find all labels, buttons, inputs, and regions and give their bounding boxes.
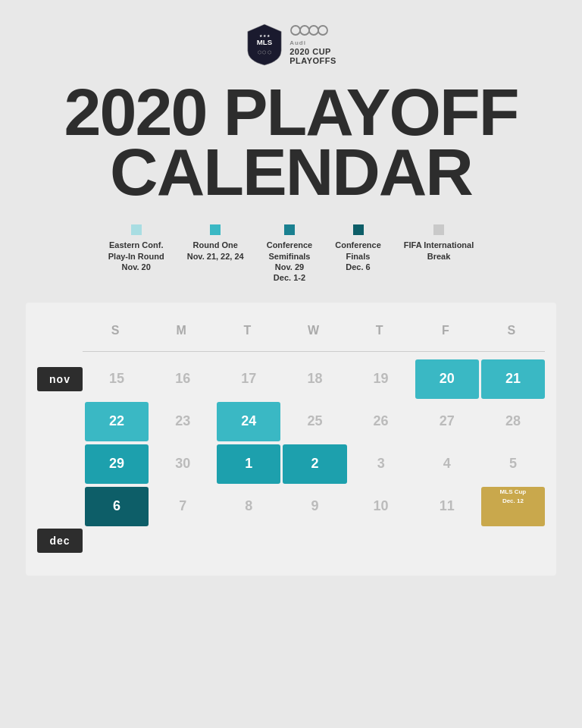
- svg-point-3: [291, 26, 300, 35]
- cal-cell-nov25: 25: [283, 402, 346, 441]
- day-header-tue: T: [214, 318, 280, 344]
- audi-rings: [289, 24, 329, 36]
- calendar-divider: [83, 351, 545, 352]
- cal-cell-dec9: 9: [283, 487, 346, 526]
- cal-cell-nov22: 22: [85, 402, 149, 441]
- mls-shield-icon: ★ ★ ★ MLS ⬡ ⬡ ⬡: [246, 23, 283, 67]
- cal-cell-nov29: 29: [85, 444, 149, 484]
- cal-cell-nov30: 30: [151, 444, 214, 484]
- calendar-body: nov 15 16 17 18 19 20 21 22 23 24 25 26 …: [37, 359, 545, 553]
- cal-cell-dec10: 10: [349, 487, 413, 526]
- legend-label-playin: Eastern Conf.Play-In RoundNov. 20: [108, 240, 164, 272]
- cal-cell-dec2: 2: [283, 444, 346, 484]
- calendar-header: S M T W T F S: [37, 318, 545, 344]
- cal-cell-nov17: 17: [217, 359, 280, 399]
- legend-dot-fifa: [433, 224, 444, 235]
- page-wrapper: ★ ★ ★ MLS ⬡ ⬡ ⬡ Audi 2020 CUP PLAYOFFS: [0, 0, 582, 728]
- svg-point-5: [309, 26, 318, 35]
- svg-text:⬡ ⬡ ⬡: ⬡ ⬡ ⬡: [258, 50, 271, 55]
- cal-cell-nov24: 24: [217, 402, 280, 441]
- legend-dot-playin: [131, 224, 142, 235]
- cal-cell-dec3: 3: [349, 444, 413, 484]
- day-header-sun: S: [83, 318, 149, 344]
- day-header-fri: F: [413, 318, 479, 344]
- header-logo-area: ★ ★ ★ MLS ⬡ ⬡ ⬡ Audi 2020 CUP PLAYOFFS: [246, 23, 336, 67]
- cal-cell-dec7: 7: [151, 487, 214, 526]
- cal-cell-dec1: 1: [217, 444, 280, 484]
- cal-cell-nov15: 15: [85, 359, 149, 399]
- cal-cell-nov27: 27: [415, 402, 479, 441]
- day-header-mon: M: [149, 318, 214, 344]
- legend-item-finals: ConferenceFinalsDec. 6: [335, 224, 381, 283]
- cup-playoffs-text: 2020 CUP PLAYOFFS: [289, 47, 336, 65]
- day-header-wed: W: [280, 318, 346, 344]
- cal-cell-dec5: 5: [481, 444, 545, 484]
- legend-label-fifa: FIFA InternationalBreak: [404, 240, 474, 262]
- svg-point-6: [318, 26, 327, 35]
- audi-logo-area: Audi 2020 CUP PLAYOFFS: [289, 24, 336, 65]
- month-label-dec: dec: [37, 529, 83, 553]
- cal-cell-nov16: 16: [151, 359, 214, 399]
- calendar: S M T W T F S nov 15 16 17 18 19 20 21: [26, 303, 556, 576]
- legend-label-round1: Round OneNov. 21, 22, 24: [187, 240, 244, 262]
- calendar-row-4: 6 7 8 9 10 11 MLS Cup Dec. 12 dec: [37, 487, 545, 553]
- legend-item-round1: Round OneNov. 21, 22, 24: [187, 224, 244, 283]
- svg-text:MLS: MLS: [257, 38, 273, 46]
- legend-dot-semis: [284, 224, 295, 235]
- day-header-sat: S: [479, 318, 545, 344]
- audi-rings-svg: [289, 24, 329, 36]
- legend-dot-finals: [353, 224, 364, 235]
- legend-label-finals: ConferenceFinalsDec. 6: [335, 240, 381, 272]
- legend-item-semis: ConferenceSemifinalsNov. 29Dec. 1-2: [267, 224, 313, 283]
- cal-cell-nov28: 28: [481, 402, 545, 441]
- cal-cell-dec6: 6: [85, 487, 149, 526]
- cal-cell-dec4: 4: [415, 444, 479, 484]
- cal-cell-dec12-trophy: MLS Cup Dec. 12: [481, 487, 545, 526]
- legend: Eastern Conf.Play-In RoundNov. 20 Round …: [26, 224, 556, 283]
- cal-cell-dec11: 11: [415, 487, 479, 526]
- mls-cup-trophy-label: MLS Cup Dec. 12: [500, 488, 527, 504]
- main-title: 2020 PLAYOFF CALENDAR: [64, 82, 518, 202]
- legend-dot-round1: [210, 224, 221, 235]
- legend-label-semis: ConferenceSemifinalsNov. 29Dec. 1-2: [267, 240, 313, 283]
- calendar-row-3: 29 30 1 2 3 4 5: [37, 444, 545, 484]
- audi-text: Audi: [289, 39, 306, 46]
- cal-cell-nov21: 21: [481, 359, 545, 399]
- month-label-nov: nov: [37, 367, 83, 391]
- legend-item-fifa: FIFA InternationalBreak: [404, 224, 474, 283]
- cal-cell-nov26: 26: [349, 402, 413, 441]
- cal-cell-nov19: 19: [349, 359, 413, 399]
- cal-cell-nov23: 23: [151, 402, 214, 441]
- cal-cell-nov20: 20: [415, 359, 479, 399]
- day-header-thu: T: [347, 318, 413, 344]
- cal-cell-nov18: 18: [283, 359, 346, 399]
- legend-item-playin: Eastern Conf.Play-In RoundNov. 20: [108, 224, 164, 283]
- svg-point-4: [300, 26, 309, 35]
- calendar-row-1: nov 15 16 17 18 19 20 21: [37, 359, 545, 399]
- calendar-row-2: 22 23 24 25 26 27 28: [37, 402, 545, 441]
- cal-cell-dec8: 8: [217, 487, 280, 526]
